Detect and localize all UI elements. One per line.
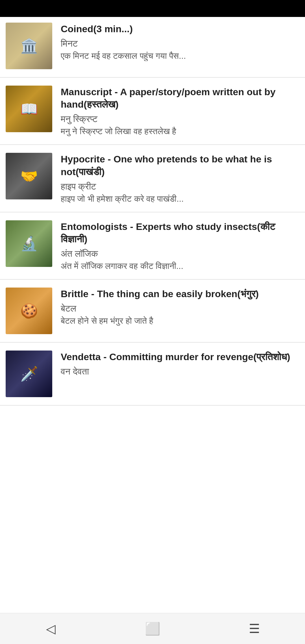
item-image: 📖 — [6, 86, 52, 132]
menu-icon: ☰ — [249, 621, 260, 636]
item-text: Entomologists - Experts who study insect… — [61, 220, 299, 271]
item-sentence: मनु ने स्क्रिप्ट जो लिखा वह हस्तलेख है — [61, 127, 299, 136]
item-sentence: एक मिनट मई वह टकसाल पहुंच गया पैस... — [61, 51, 299, 61]
item-title: Hypocrite - One who pretends to be what … — [61, 153, 299, 178]
back-button[interactable]: ◁ — [40, 620, 62, 637]
item-text: Brittle - The thing can be easily broken… — [61, 288, 299, 326]
home-button[interactable]: ⬜ — [141, 620, 164, 637]
item-text: Manuscript - A paper/story/poem written … — [61, 86, 299, 136]
item-image: 🤝 — [6, 153, 52, 199]
item-text: Coined(3 min...) मिनट एक मिनट मई वह टकसा… — [61, 23, 299, 61]
list-item[interactable]: 🗡️ Vendetta - Committing murder for reve… — [0, 343, 305, 406]
item-sentence: बेटल होने से हम भंगुर हो जाते है — [61, 316, 299, 326]
status-bar — [0, 0, 305, 17]
item-mnemonic: अंत लॉजिक — [61, 249, 299, 259]
home-icon: ⬜ — [145, 621, 160, 636]
item-title: Manuscript - A paper/story/poem written … — [61, 86, 299, 110]
item-image: 🍪 — [6, 288, 52, 334]
item-sentence: हाइप जो भी हमेशा क्रीट करे वह पाखंडी... — [61, 194, 299, 204]
nav-bar: ◁ ⬜ ☰ — [0, 613, 305, 644]
back-icon: ◁ — [46, 621, 56, 636]
item-text: Hypocrite - One who pretends to be what … — [61, 153, 299, 204]
item-mnemonic: बेटल — [61, 303, 299, 314]
item-image: 🗡️ — [6, 351, 52, 397]
item-text: Vendetta - Committing murder for revenge… — [61, 351, 299, 379]
item-mnemonic: मनु स्क्रिप्ट — [61, 114, 299, 124]
list-item[interactable]: 🔬 Entomologists - Experts who study inse… — [0, 212, 305, 280]
item-mnemonic: मिनट — [61, 38, 299, 49]
list-item[interactable]: 🍪 Brittle - The thing can be easily brok… — [0, 280, 305, 343]
item-title: Vendetta - Committing murder for revenge… — [61, 351, 299, 363]
list-item[interactable]: 📖 Manuscript - A paper/story/poem writte… — [0, 78, 305, 145]
item-title: Coined(3 min...) — [61, 23, 299, 35]
list-container: 🏛️ Coined(3 min...) मिनट एक मिनट मई वह ट… — [0, 17, 305, 406]
item-image: 🔬 — [6, 220, 52, 267]
list-item[interactable]: 🤝 Hypocrite - One who pretends to be wha… — [0, 145, 305, 212]
item-sentence: अंत में लॉजिक लगाकर वह कीट विज्ञानी... — [61, 261, 299, 271]
menu-button[interactable]: ☰ — [243, 620, 265, 637]
item-title: Brittle - The thing can be easily broken… — [61, 288, 299, 300]
item-mnemonic: वन देवता — [61, 366, 299, 377]
item-image: 🏛️ — [6, 23, 52, 69]
list-item[interactable]: 🏛️ Coined(3 min...) मिनट एक मिनट मई वह ट… — [0, 17, 305, 78]
item-mnemonic: हाइप क्रीट — [61, 181, 299, 192]
item-title: Entomologists - Experts who study insect… — [61, 220, 299, 245]
